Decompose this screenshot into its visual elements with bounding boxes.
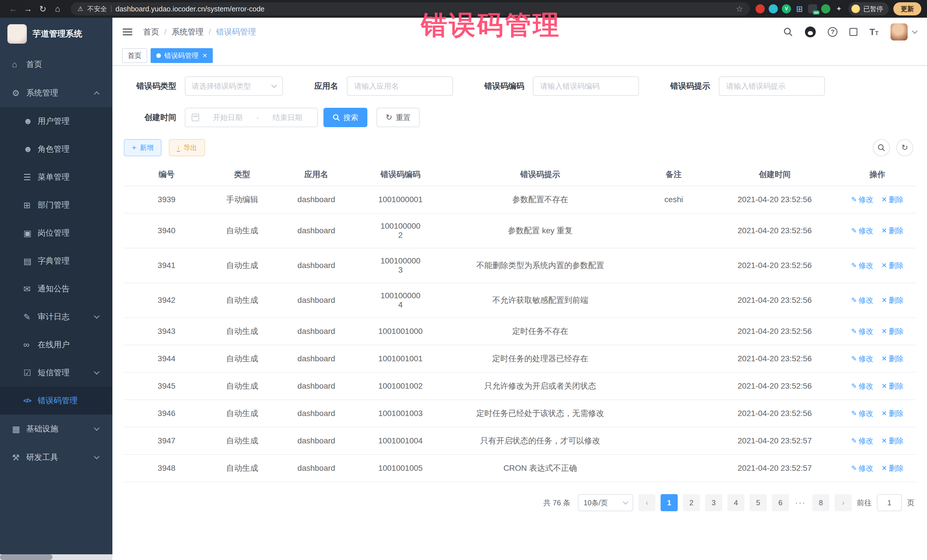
breadcrumb-item-0[interactable]: 首页 <box>143 27 159 37</box>
delete-link[interactable]: ✕删除 <box>881 261 904 270</box>
reset-button[interactable]: ↻ 重置 <box>377 108 419 127</box>
breadcrumb-item-2[interactable]: 错误码管理 <box>216 27 256 37</box>
sidebar-item-infra[interactable]: ▦基础设施 <box>0 414 112 443</box>
page-button-4[interactable]: 4 <box>727 494 745 511</box>
breadcrumb-item-1[interactable]: 系统管理 <box>172 27 204 37</box>
edit-link[interactable]: ✎修改 <box>851 436 873 446</box>
delete-link[interactable]: ✕删除 <box>881 195 904 205</box>
add-button[interactable]: + 新增 <box>124 139 161 156</box>
search-button[interactable]: 搜索 <box>324 108 368 127</box>
edit-link[interactable]: ✎修改 <box>851 226 873 236</box>
page-button-3[interactable]: 3 <box>705 494 722 511</box>
sidebar-item-home[interactable]: ⌂首页 <box>0 50 112 79</box>
sidebar-item-roles[interactable]: ☻角色管理 <box>0 135 112 163</box>
page-button-6[interactable]: 6 <box>772 494 789 511</box>
cell-actions: ✎修改✕删除 <box>839 400 916 427</box>
page-size-select[interactable]: 10条/页 <box>578 494 633 511</box>
record-extension-icon[interactable] <box>755 4 765 14</box>
browser-back-icon[interactable]: ← <box>6 2 21 16</box>
tab-label: 首页 <box>128 51 141 60</box>
edit-link[interactable]: ✎修改 <box>851 261 873 270</box>
avatar-dropdown-caret-icon[interactable] <box>912 28 918 34</box>
create-time-range-picker[interactable]: 开始日期 - 结束日期 <box>185 108 318 127</box>
page-button-1[interactable]: 1 <box>661 494 678 511</box>
refresh-table-button[interactable]: ↻ <box>896 139 913 156</box>
leaf-extension-icon[interactable] <box>821 4 830 14</box>
delete-link[interactable]: ✕删除 <box>881 381 904 391</box>
v-extension-icon[interactable]: V <box>782 4 791 14</box>
profile-paused-chip[interactable]: 已暂停 <box>849 2 889 15</box>
sidebar-item-depts[interactable]: ⊞部门管理 <box>0 191 112 219</box>
sidebar-scrollbar-thumb[interactable] <box>0 554 53 560</box>
browser-forward-icon[interactable]: → <box>21 2 35 16</box>
page-button-2[interactable]: 2 <box>683 494 700 511</box>
export-button[interactable]: ↓ 导出 <box>169 139 205 156</box>
edit-link[interactable]: ✎修改 <box>851 326 873 337</box>
on-badge-extension-icon[interactable]: on <box>808 4 817 14</box>
grid-extension-icon[interactable]: ⊞ <box>795 4 804 14</box>
sidebar-scrollbar[interactable] <box>0 554 112 560</box>
cell-code: 1001001004 <box>358 427 443 454</box>
error-type-select[interactable]: 请选择错误码类型 <box>185 76 283 96</box>
search-icon[interactable] <box>783 27 793 37</box>
bookmark-star-icon[interactable]: ☆ <box>736 4 743 14</box>
tab-error-code[interactable]: 错误码管理× <box>150 48 213 63</box>
sidebar-item-audit-logs[interactable]: ✎审计日志 <box>0 303 112 331</box>
drop-extension-icon[interactable] <box>769 4 778 14</box>
sidebar-item-error-codes[interactable]: </>错误码管理 <box>0 387 112 414</box>
browser-home-icon[interactable]: ⌂ <box>50 2 65 16</box>
error-hint-input[interactable] <box>719 76 825 96</box>
tab-home[interactable]: 首页 <box>122 48 147 63</box>
delete-link[interactable]: ✕删除 <box>881 436 904 446</box>
user-avatar[interactable] <box>891 23 907 41</box>
prev-page-button[interactable]: ‹ <box>638 494 655 511</box>
sidebar-item-posts[interactable]: ▣岗位管理 <box>0 219 112 247</box>
fullscreen-icon[interactable] <box>849 28 857 36</box>
delete-link[interactable]: ✕删除 <box>881 463 904 473</box>
sidebar-item-notices[interactable]: ✉通知公告 <box>0 275 112 303</box>
sidebar-toggle-icon[interactable] <box>123 29 132 35</box>
sidebar-item-users[interactable]: ☻用户管理 <box>0 107 112 135</box>
delete-link[interactable]: ✕删除 <box>881 326 904 337</box>
security-warning-icon: ⚠ <box>78 5 83 12</box>
sidebar-item-system[interactable]: ⚙系统管理 <box>0 79 112 107</box>
toggle-search-button[interactable] <box>873 139 890 156</box>
sidebar-item-label: 部门管理 <box>38 200 70 211</box>
goto-page-input[interactable] <box>877 494 902 511</box>
sidebar-item-sms[interactable]: ☑短信管理 <box>0 359 112 387</box>
delete-link[interactable]: ✕删除 <box>881 354 904 364</box>
edit-link[interactable]: ✎修改 <box>851 408 873 419</box>
github-icon[interactable] <box>805 27 816 37</box>
browser-address-bar[interactable]: ⚠ 不安全 dashboard.yudao.iocoder.cn/system/… <box>71 2 750 15</box>
font-size-icon[interactable]: TT <box>869 27 878 37</box>
sidebar-item-menus[interactable]: ☰菜单管理 <box>0 163 112 191</box>
delete-link[interactable]: ✕删除 <box>881 408 904 419</box>
security-label: 不安全 <box>87 5 107 14</box>
browser-update-button[interactable]: 更新 <box>894 2 921 15</box>
sidebar-item-dicts[interactable]: ▤字典管理 <box>0 247 112 275</box>
pin-extension-icon[interactable]: ✦ <box>834 4 843 14</box>
delete-link[interactable]: ✕删除 <box>881 226 904 236</box>
delete-link[interactable]: ✕删除 <box>881 295 904 305</box>
main-area: 首页/系统管理/错误码管理 ? TT 首页错误码管理× <box>112 18 927 560</box>
edit-link[interactable]: ✎修改 <box>851 354 873 364</box>
error-code-input[interactable] <box>533 76 639 96</box>
sidebar-item-online-users[interactable]: ∞在线用户 <box>0 331 112 359</box>
date-end-placeholder: 结束日期 <box>264 112 311 123</box>
edit-link[interactable]: ✎修改 <box>851 195 873 205</box>
page-button-8[interactable]: 8 <box>812 494 830 511</box>
sidebar-item-devtools[interactable]: ⚒研发工具 <box>0 443 112 472</box>
edit-link[interactable]: ✎修改 <box>851 381 873 391</box>
edit-link[interactable]: ✎修改 <box>851 463 873 473</box>
tab-close-icon[interactable]: × <box>202 52 207 59</box>
page-button-5[interactable]: 5 <box>749 494 767 511</box>
cell-time: 2021-04-20 23:52:57 <box>710 427 839 454</box>
help-icon[interactable]: ? <box>828 27 837 37</box>
next-page-button[interactable]: › <box>834 494 852 511</box>
app-logo[interactable]: 芋道管理系统 <box>0 18 112 50</box>
app-name-input[interactable] <box>347 76 453 96</box>
pagination-ellipsis[interactable]: ··· <box>795 498 806 507</box>
edit-link[interactable]: ✎修改 <box>851 295 873 305</box>
browser-reload-icon[interactable]: ↻ <box>35 2 50 16</box>
cell-code: 1001000002 <box>358 213 443 248</box>
